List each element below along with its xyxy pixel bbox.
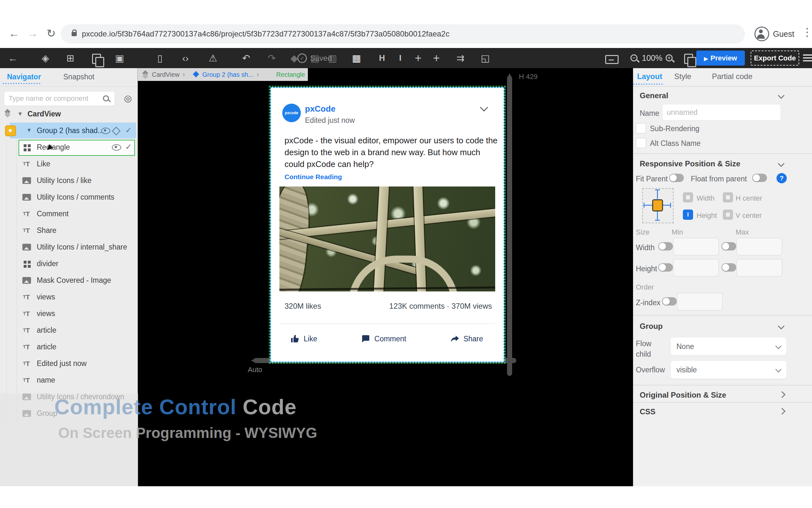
visibility-eye-icon[interactable] <box>112 144 121 151</box>
browser-refresh-icon[interactable]: ↻ <box>44 26 58 40</box>
width-max-toggle[interactable] <box>721 242 736 251</box>
breadcrumb-rectangle[interactable]: Rectangle <box>276 71 305 78</box>
tree-item-divider[interactable]: divider <box>0 256 138 272</box>
float-from-parent-toggle[interactable] <box>752 174 767 182</box>
tree-item-mask-image[interactable]: Mask Covered - Image <box>0 272 138 289</box>
tree-item-rectangle[interactable]: Rectangle ✓ <box>0 139 138 156</box>
tab-partial-code[interactable]: Partial code <box>712 72 753 81</box>
section-group[interactable]: Group <box>640 322 663 331</box>
code-view-icon[interactable]: ‹› <box>178 48 192 68</box>
flow-child-select[interactable]: None <box>671 338 786 355</box>
keyboard-shortcuts-icon[interactable] <box>605 55 619 64</box>
tree-item-cardview[interactable]: ▾ CardView <box>0 106 138 123</box>
tree-item-group2[interactable]: ▾ Group 2 (has shad... ✓ <box>0 123 138 139</box>
wrap-tool-icon[interactable]: ⇉ <box>453 48 467 68</box>
tree-item-views[interactable]: views <box>0 289 138 305</box>
copy-icon[interactable] <box>684 54 693 64</box>
breadcrumb-cardview[interactable]: CardView <box>152 71 179 78</box>
height-min-input[interactable] <box>673 259 719 277</box>
chevron-down-icon[interactable] <box>778 92 784 99</box>
layers-icon[interactable]: ◆ <box>287 48 301 68</box>
frame-tool-icon[interactable]: ▣ <box>112 48 127 68</box>
section-original-position[interactable]: Original Position & Size <box>640 391 726 399</box>
chevron-down-icon[interactable] <box>778 160 784 167</box>
add-vertical-icon[interactable]: + <box>429 48 443 68</box>
search-input[interactable] <box>4 91 115 106</box>
redo-icon[interactable]: ↷ <box>265 48 279 68</box>
tab-navigator[interactable]: Navigator <box>7 73 41 81</box>
comment-button[interactable]: Comment <box>361 334 406 344</box>
section-responsive[interactable]: Responsive Position & Size <box>640 159 741 168</box>
chevron-down-icon[interactable] <box>778 323 784 330</box>
tree-item-comment[interactable]: Comment <box>0 206 138 222</box>
check-icon[interactable]: ✓ <box>125 126 132 135</box>
zoom-in-icon[interactable]: + <box>666 54 673 61</box>
preview-button[interactable]: ▶Preview <box>696 50 745 66</box>
sub-rendering-checkbox[interactable] <box>636 123 646 133</box>
zindex-input[interactable] <box>677 293 723 311</box>
browser-profile-button[interactable]: Guest <box>755 26 795 42</box>
browser-menu-icon[interactable]: ⋮ <box>802 26 812 38</box>
undo-icon[interactable]: ↶ <box>239 48 253 68</box>
zoom-out-icon[interactable]: − <box>630 54 637 61</box>
vertical-distribute-icon[interactable]: I <box>393 48 407 68</box>
tree-item-article[interactable]: article <box>0 322 138 339</box>
height-max-toggle[interactable] <box>721 263 736 271</box>
hamburger-menu-icon[interactable] <box>803 54 812 56</box>
grid-tool-icon[interactable]: ⊞ <box>63 48 77 68</box>
height-constraint-button[interactable]: I <box>683 210 693 220</box>
width-min-toggle[interactable] <box>658 242 673 251</box>
focus-target-icon[interactable]: ◈ <box>38 48 52 68</box>
tree-item-edited-just-now[interactable]: Edited just now <box>0 355 138 372</box>
tree-item-utility-internal-share[interactable]: Utility Icons / internal_share <box>0 239 138 256</box>
width-max-input[interactable] <box>736 238 782 256</box>
vertical-measure-handle[interactable] <box>507 76 512 376</box>
tab-style[interactable]: Style <box>674 72 691 81</box>
card-artboard[interactable]: pxcode pxCode Edited just now pxCode - t… <box>270 87 505 363</box>
export-code-button[interactable]: Export Code <box>751 50 799 66</box>
alt-class-name-checkbox[interactable] <box>636 138 646 148</box>
tab-snapshot[interactable]: Snapshot <box>63 73 94 81</box>
tree-item-article[interactable]: article <box>0 339 138 355</box>
v-center-constraint-button[interactable] <box>723 210 733 220</box>
warning-tool-icon[interactable]: ⚠ <box>206 48 220 68</box>
height-min-toggle[interactable] <box>658 263 673 271</box>
locate-layer-icon[interactable]: ◎ <box>124 93 132 103</box>
grid-layout-icon[interactable]: ▦ <box>349 48 364 68</box>
tree-item-utility-like[interactable]: Utility Icons / like <box>0 172 138 189</box>
chevron-down-icon[interactable]: ▾ <box>28 126 31 134</box>
zindex-toggle[interactable] <box>662 297 677 305</box>
section-general[interactable]: General <box>640 91 668 100</box>
editor-back-icon[interactable]: ← <box>6 48 20 68</box>
visibility-eye-icon[interactable] <box>101 128 110 134</box>
section-css[interactable]: CSS <box>640 407 655 416</box>
name-input[interactable] <box>662 104 781 121</box>
continue-reading-link[interactable]: Continue Reading <box>285 173 342 181</box>
chevron-down-icon[interactable] <box>480 103 488 111</box>
crop-tool-icon[interactable]: ◱ <box>478 48 492 68</box>
browser-forward-icon[interactable]: → <box>26 26 40 40</box>
overflow-select[interactable]: visible <box>671 361 786 379</box>
browser-back-icon[interactable]: ← <box>7 26 21 40</box>
h-center-constraint-button[interactable] <box>723 192 733 203</box>
height-max-input[interactable] <box>736 259 782 277</box>
width-constraint-button[interactable] <box>683 192 693 203</box>
columns-layout-icon[interactable]: ▥ <box>326 48 339 68</box>
check-icon[interactable]: ✓ <box>125 142 132 151</box>
tree-item-like[interactable]: Like <box>0 156 138 172</box>
tree-item-views[interactable]: views <box>0 305 138 322</box>
tree-item-name[interactable]: name <box>0 372 138 389</box>
tree-item-share[interactable]: Share <box>0 222 138 239</box>
like-button[interactable]: Like <box>290 334 317 344</box>
chevron-down-icon[interactable]: ▾ <box>18 110 22 117</box>
help-icon[interactable]: ? <box>776 173 787 183</box>
breadcrumb-group2[interactable]: Group 2 (has sh... <box>202 71 253 78</box>
horizontal-distribute-icon[interactable]: H <box>375 48 389 68</box>
add-horizontal-icon[interactable]: + <box>411 48 425 68</box>
constraint-element[interactable] <box>652 199 663 211</box>
fit-parent-toggle[interactable] <box>669 174 684 182</box>
address-bar[interactable]: pxcode.io/5f3b764ad7727300137a4c86/proje… <box>61 24 745 43</box>
share-button[interactable]: Share <box>450 334 483 344</box>
devices-icon[interactable] <box>92 54 101 64</box>
zoom-level[interactable]: 100% <box>642 48 662 68</box>
